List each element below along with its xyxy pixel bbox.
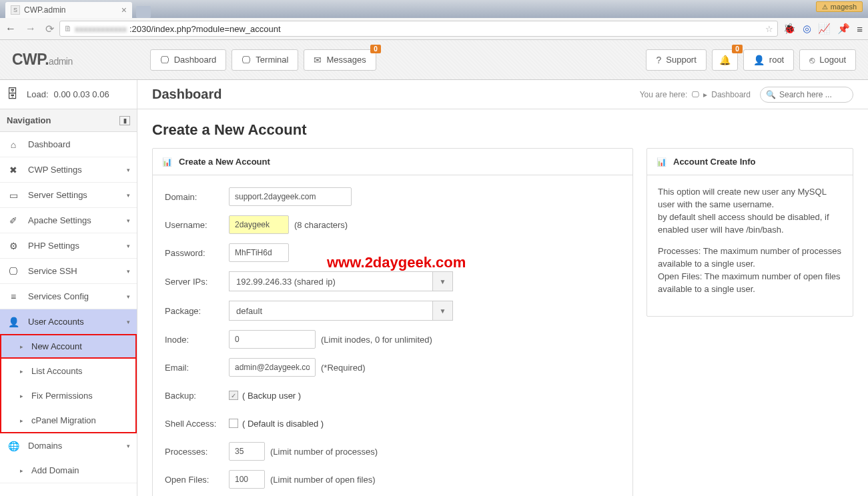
serverips-label: Server IPs: xyxy=(165,277,229,287)
browser-user-badge[interactable]: magesh xyxy=(816,1,863,12)
domain-input[interactable] xyxy=(229,187,352,206)
topbar-messages-button[interactable]: ✉Messages0 xyxy=(304,49,376,71)
ext-icon-1[interactable]: 🐞 xyxy=(783,23,796,35)
inode-label: Inode: xyxy=(165,335,229,345)
chevron-down-icon: ▾ xyxy=(127,319,130,325)
backup-checkbox[interactable]: ✓ xyxy=(229,391,238,400)
password-input[interactable] xyxy=(229,243,289,262)
question-icon: ? xyxy=(656,55,661,65)
topbar-alerts-button[interactable]: 🔔0 xyxy=(712,49,738,71)
ext-icon-2[interactable]: ◎ xyxy=(803,23,811,35)
chevron-down-icon[interactable]: ▼ xyxy=(432,301,452,320)
url-field[interactable]: 🗎 xxxxxxxxxxxx :2030/index.php?module=ne… xyxy=(59,21,778,37)
bars-icon: 📊 xyxy=(657,157,667,167)
monitor-icon: 🖵 xyxy=(691,90,699,99)
collapse-icon[interactable]: ▮ xyxy=(119,116,130,125)
search-input[interactable] xyxy=(779,90,847,99)
package-select[interactable]: default▼ xyxy=(229,301,453,321)
url-host-blurred: xxxxxxxxxxxx xyxy=(75,24,127,34)
load-label: Load: xyxy=(27,89,49,99)
search-icon: 🔍 xyxy=(766,90,776,99)
back-icon[interactable]: ← xyxy=(5,23,16,35)
chevron-down-icon: ▾ xyxy=(127,443,130,449)
envelope-icon: ✉ xyxy=(314,55,322,65)
processes-hint: (Limit number of processes) xyxy=(270,447,378,457)
create-account-panel: 📊Create a New Account Domain: Username:(… xyxy=(152,148,633,496)
sidebar-subitem-list-accounts[interactable]: ▸List Accounts xyxy=(0,359,137,383)
sidebar-item-service-ssh[interactable]: 🖵Service SSH▾ xyxy=(0,259,137,283)
shell-label: Shell Access: xyxy=(165,419,229,429)
chevron-down-icon: ▾ xyxy=(127,293,130,300)
email-input[interactable] xyxy=(229,358,316,377)
sidebar-item-dashboard[interactable]: ⌂Dashboard xyxy=(0,132,137,157)
sidebar-item-user-accounts[interactable]: 👤User Accounts▾ xyxy=(0,309,137,334)
reload-icon[interactable]: ⟳ xyxy=(45,23,54,35)
username-hint: (8 characters) xyxy=(294,220,348,230)
package-label: Package: xyxy=(165,306,229,316)
close-tab-icon[interactable]: × xyxy=(121,5,127,15)
menu-icon: 🌐 xyxy=(8,441,19,451)
sidebar-item-services-config[interactable]: ≡Services Config▾ xyxy=(0,284,137,309)
page-section-title: Dashboard xyxy=(152,87,222,102)
bell-icon: 🔔 xyxy=(719,55,731,65)
bullet-icon: ▸ xyxy=(20,417,23,424)
sidebar-subitem-new-account[interactable]: ▸New Account xyxy=(0,334,137,359)
sidebar-subitem-cpanel-migration[interactable]: ▸cPanel Migration xyxy=(0,408,137,433)
sidebar-item-apache-settings[interactable]: ✐Apache Settings▾ xyxy=(0,208,137,233)
topbar-terminal-button[interactable]: 🖵Terminal xyxy=(232,49,298,71)
shell-text: ( Default is disabled ) xyxy=(242,419,324,429)
username-label: Username: xyxy=(165,220,229,230)
chevron-down-icon[interactable]: ▼ xyxy=(432,272,452,291)
tab-title: CWP.admin xyxy=(24,5,65,15)
chevron-down-icon: ▾ xyxy=(127,243,130,249)
chevron-down-icon: ▾ xyxy=(127,268,130,275)
inode-hint: (Limit inodes, 0 for unlimited) xyxy=(321,335,432,345)
sidebar-item-php-settings[interactable]: ⚙PHP Settings▾ xyxy=(0,233,137,258)
chevron-down-icon: ▾ xyxy=(127,192,130,199)
ext-icon-4[interactable]: 📌 xyxy=(837,23,850,35)
backup-text: ( Backup user ) xyxy=(242,391,301,401)
content-area: Create a New Account 📊Create a New Accou… xyxy=(137,109,868,496)
chevron-right-icon: ▸ xyxy=(703,90,707,99)
chevron-down-icon: ▾ xyxy=(127,167,130,173)
sidebar-item-cwp-settings[interactable]: ✖CWP Settings▾ xyxy=(0,157,137,182)
sidebar-item-domains[interactable]: 🌐Domains▾ xyxy=(0,433,137,458)
new-tab-button[interactable] xyxy=(136,6,151,18)
serverips-select[interactable]: 192.99.246.33 (shared ip)▼ xyxy=(229,271,453,291)
openfiles-hint: (Limit number of open files) xyxy=(270,475,376,485)
search-box[interactable]: 🔍 xyxy=(760,87,853,103)
inode-input[interactable] xyxy=(229,330,316,349)
menu-icon[interactable]: ≡ xyxy=(857,23,863,35)
breadcrumb-current[interactable]: Dashboard xyxy=(711,90,751,99)
ext-icon-3[interactable]: 📈 xyxy=(818,23,831,35)
topbar-logout-button[interactable]: ⎋Logout xyxy=(799,49,856,71)
username-input[interactable] xyxy=(229,215,289,234)
bars-icon: 📊 xyxy=(162,157,172,167)
favicon: S xyxy=(11,5,20,15)
bullet-icon: ▸ xyxy=(20,368,23,375)
menu-icon: 🖵 xyxy=(8,266,19,277)
backup-label: Backup: xyxy=(165,391,229,401)
browser-tab-strip: S CWP.admin × magesh xyxy=(0,0,868,18)
shell-checkbox[interactable] xyxy=(229,419,238,428)
url-path: :2030/index.php?module=new_account xyxy=(129,24,281,34)
topbar-dashboard-button[interactable]: 🖵Dashboard xyxy=(150,49,227,71)
topbar-user-button[interactable]: 👤root xyxy=(743,49,794,71)
forward-icon[interactable]: → xyxy=(25,23,36,35)
bullet-icon: ▸ xyxy=(20,343,23,350)
sidebar-subitem-fix-permissions[interactable]: ▸Fix Permissions xyxy=(0,383,137,408)
sidebar-subitem-add-domain[interactable]: ▸Add Domain xyxy=(0,458,137,483)
sidebar-item-server-settings[interactable]: ▭Server Settings▾ xyxy=(0,183,137,207)
bullet-icon: ▸ xyxy=(20,467,23,474)
browser-tab[interactable]: S CWP.admin × xyxy=(5,2,132,18)
topbar-support-button[interactable]: ?Support xyxy=(646,49,706,71)
email-hint: (*Required) xyxy=(321,363,365,373)
email-label: Email: xyxy=(165,363,229,373)
account-info-panel: 📊Account Create Info This option will cr… xyxy=(646,148,853,317)
openfiles-input[interactable] xyxy=(229,470,265,489)
nav-heading: Navigation ▮ xyxy=(0,109,137,132)
bookmark-star-icon[interactable]: ☆ xyxy=(765,24,773,34)
app-topbar: CWP.admin 🖵Dashboard 🖵Terminal ✉Messages… xyxy=(0,40,868,80)
processes-input[interactable] xyxy=(229,442,265,461)
logout-icon: ⎋ xyxy=(809,55,815,65)
